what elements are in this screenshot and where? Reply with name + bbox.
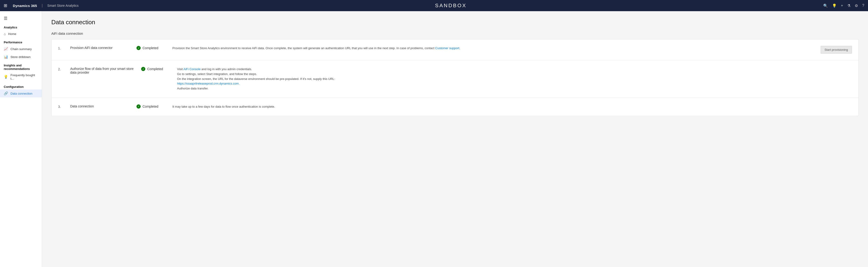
insights-icon: 💡 xyxy=(4,75,8,79)
step-status-label-3: Completed xyxy=(143,105,158,108)
topbar: ⊞ Dynamics 365 | Smart Store Analytics S… xyxy=(0,0,868,11)
step-status-label-1: Completed xyxy=(143,46,158,50)
layout: ☰ Analytics ⌂ Home Performance 📈 Chain s… xyxy=(0,11,868,267)
chart-icon: 📈 xyxy=(4,47,8,51)
steps-card: 1. Provision AiFi data connector ✓ Compl… xyxy=(51,39,859,116)
app-name: Smart Store Analytics xyxy=(48,4,79,7)
aifi-console-link[interactable]: AiFi Console xyxy=(183,67,200,71)
step-title-2: Authorize flow of data from your smart s… xyxy=(70,67,135,74)
search-icon[interactable]: 🔍 xyxy=(823,3,828,8)
grid-icon[interactable]: ⊞ xyxy=(4,3,7,8)
step-number-3: 3. xyxy=(58,104,65,108)
dynamics-logo: Dynamics 365 xyxy=(13,4,37,8)
data-connection-icon: 🔗 xyxy=(4,91,8,96)
start-provisioning-button[interactable]: Start provisioning xyxy=(820,46,852,54)
sidebar-item-store-drilldown[interactable]: 📊 Store drilldown xyxy=(0,53,42,61)
step-status-3: ✓ Completed xyxy=(136,104,167,108)
topbar-divider: | xyxy=(42,3,43,8)
sidebar-section-performance: Performance xyxy=(0,38,42,45)
step-desc-authorize: Authorize data transfer. xyxy=(177,87,208,90)
step-row-2: 2. Authorize flow of data from your smar… xyxy=(52,60,859,98)
sidebar-item-home-label: Home xyxy=(8,32,16,36)
sidebar-section-analytics: Analytics xyxy=(0,23,42,30)
sidebar-item-home[interactable]: ⌂ Home xyxy=(0,30,42,38)
step-desc-text-1: Provision the Smart Store Analytics envi… xyxy=(173,46,434,50)
step-action-1: Start provisioning xyxy=(819,46,852,54)
step-number-1: 1. xyxy=(58,46,65,50)
sidebar-item-frequently-bought-label: Frequently bought t... xyxy=(10,73,38,80)
lightbulb-icon[interactable]: 💡 xyxy=(832,3,837,8)
sandbox-label: SANDBOX xyxy=(79,3,823,9)
page-title: Data connection xyxy=(51,19,859,26)
settings-icon[interactable]: ⚙ xyxy=(855,3,858,8)
step-desc-visit: Visit xyxy=(177,67,183,71)
sidebar-item-frequently-bought[interactable]: 💡 Frequently bought t... xyxy=(0,71,42,82)
step-desc-go-to: Go to settings, select Start integration… xyxy=(177,72,257,76)
step-title-3: Data connection xyxy=(70,104,131,108)
sidebar-item-data-connection[interactable]: 🔗 Data connection xyxy=(0,90,42,97)
dataverse-url-link[interactable]: https://ssaaprilreleaseprod.crm.dynamics… xyxy=(177,82,240,85)
sidebar-section-configuration: Configuration xyxy=(0,82,42,90)
main-content: Data connection AiFi data connection 1. … xyxy=(42,11,868,267)
bar-chart-icon: 📊 xyxy=(4,55,8,59)
home-icon: ⌂ xyxy=(4,32,6,36)
filter-icon[interactable]: ⚗ xyxy=(847,3,850,8)
help-icon[interactable]: ? xyxy=(862,3,864,8)
customer-support-link[interactable]: Customer support. xyxy=(435,46,460,50)
step-row-3: 3. Data connection ✓ Completed It may ta… xyxy=(52,98,859,116)
completed-icon-2: ✓ xyxy=(141,67,145,71)
topbar-actions: 🔍 💡 + ⚗ ⚙ ? xyxy=(823,3,864,8)
completed-icon-1: ✓ xyxy=(136,46,141,50)
hamburger-button[interactable]: ☰ xyxy=(0,14,42,23)
plus-icon[interactable]: + xyxy=(841,3,843,8)
sidebar-item-chain-summary-label: Chain summary xyxy=(10,47,32,51)
sidebar: ☰ Analytics ⌂ Home Performance 📈 Chain s… xyxy=(0,11,42,267)
completed-icon-3: ✓ xyxy=(136,104,141,108)
step-number-2: 2. xyxy=(58,67,65,71)
step-description-3: It may take up to a few days for data to… xyxy=(173,104,814,109)
step-desc-on-integration: On the integration screen, the URL for t… xyxy=(177,77,335,80)
step-desc-and-log: and log in with you admin credentials. xyxy=(202,67,252,71)
sidebar-item-chain-summary[interactable]: 📈 Chain summary xyxy=(0,45,42,53)
sidebar-section-insights: Insights and recommendations xyxy=(0,61,42,71)
step-description-1: Provision the Smart Store Analytics envi… xyxy=(173,46,814,51)
aifi-section-label: AiFi data connection xyxy=(51,31,859,35)
sidebar-item-data-connection-label: Data connection xyxy=(10,92,32,95)
sidebar-item-store-drilldown-label: Store drilldown xyxy=(10,55,31,59)
step-description-2: Visit AiFi Console and log in with you a… xyxy=(177,67,814,91)
step-status-label-2: Completed xyxy=(147,67,163,71)
step-row-1: 1. Provision AiFi data connector ✓ Compl… xyxy=(52,39,859,60)
step-status-2: ✓ Completed xyxy=(141,67,172,71)
step-status-1: ✓ Completed xyxy=(136,46,167,50)
brand-area: ⊞ Dynamics 365 | Smart Store Analytics xyxy=(4,3,79,8)
step-title-1: Provision AiFi data connector xyxy=(70,46,131,49)
